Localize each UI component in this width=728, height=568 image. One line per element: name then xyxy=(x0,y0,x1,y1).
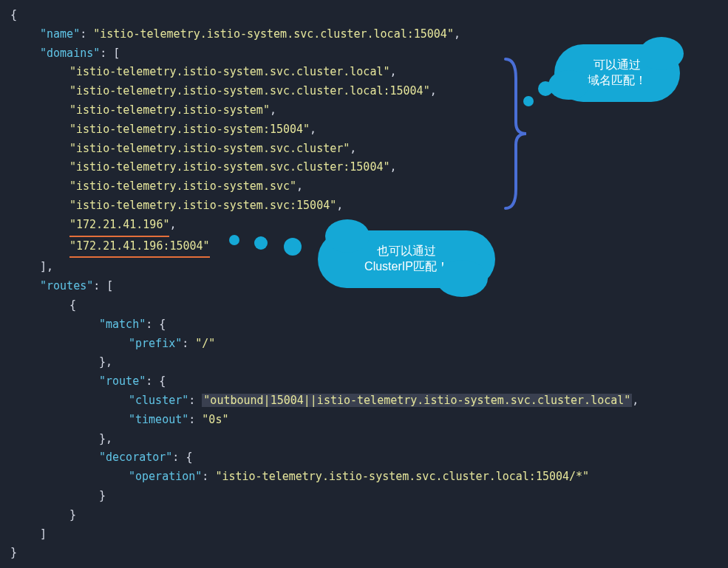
json-val-name: "istio-telemetry.istio-system.svc.cluste… xyxy=(93,27,454,41)
thought-dot-icon xyxy=(229,235,239,245)
annotation-cloud: 也可以通过 ClusterIP匹配！ xyxy=(318,230,495,288)
json-key-match: "match" xyxy=(99,318,146,331)
json-val-prefix: "/" xyxy=(195,337,215,350)
domain-item: "istio-telemetry.istio-system.svc" xyxy=(69,179,296,193)
json-val-timeout: "0s" xyxy=(202,413,228,426)
domain-item: "istio-telemetry.istio-system.svc.cluste… xyxy=(69,65,389,78)
domain-item: "istio-telemetry.istio-system.svc.cluste… xyxy=(69,160,389,174)
json-key-name: "name" xyxy=(40,27,80,41)
json-val-operation: "istio-telemetry.istio-system.svc.cluste… xyxy=(215,470,589,483)
json-key-domains: "domains" xyxy=(40,47,100,60)
domain-item: "istio-telemetry.istio-system" xyxy=(69,103,270,117)
annotation-text: 域名匹配！ xyxy=(588,73,647,89)
json-key-timeout: "timeout" xyxy=(129,413,188,426)
annotation-text: 也可以通过 xyxy=(377,244,436,259)
annotation-cloud: 可以通过 域名匹配！ xyxy=(554,44,680,102)
curly-brace-icon xyxy=(503,56,531,211)
thought-dot-icon xyxy=(284,238,302,256)
domain-item: "istio-telemetry.istio-system.svc.cluste… xyxy=(69,142,350,155)
annotation-text: 可以通过 xyxy=(593,58,641,73)
json-key-route: "route" xyxy=(99,374,146,388)
domain-item-ip: "172.21.41.196:15004" xyxy=(69,239,210,253)
thought-dot-icon xyxy=(254,236,268,250)
json-key-prefix: "prefix" xyxy=(129,337,182,350)
domain-item: "istio-telemetry.istio-system.svc:15004" xyxy=(69,199,336,212)
json-key-operation: "operation" xyxy=(129,470,202,483)
domain-item: "istio-telemetry.istio-system:15004" xyxy=(69,123,310,136)
thought-dot-icon xyxy=(523,96,534,106)
json-val-cluster: "outbound|15004||istio-telemetry.istio-s… xyxy=(202,394,632,407)
domain-item: "istio-telemetry.istio-system.svc.cluste… xyxy=(69,84,430,97)
domain-item-ip: "172.21.41.196" xyxy=(69,218,169,231)
json-key-routes: "routes" xyxy=(40,279,93,292)
annotation-text: ClusterIP匹配！ xyxy=(364,259,449,275)
json-key-decorator: "decorator" xyxy=(99,451,172,464)
json-key-cluster: "cluster" xyxy=(129,394,188,407)
